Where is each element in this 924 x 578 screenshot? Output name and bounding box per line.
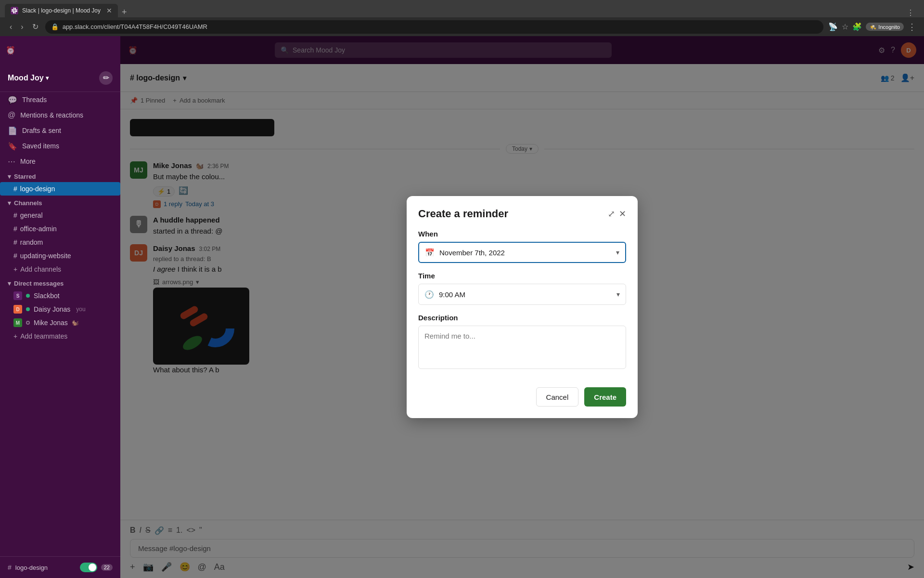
mike-status (26, 321, 30, 325)
active-tab[interactable]: Slack | logo-design | Mood Joy ✕ (5, 4, 118, 17)
tab-close-button[interactable]: ✕ (106, 7, 112, 14)
sidebar-item-drafts[interactable]: 📄 Drafts & sent (0, 123, 120, 138)
slackbot-status (26, 294, 30, 298)
time-value: 9:00 AM (439, 290, 465, 299)
dialog-header-actions: ⤢ ✕ (608, 209, 626, 219)
dialog-overlay: Create a reminder ⤢ ✕ When 📅 November 7t… (120, 36, 924, 578)
main-area: ⏰ 🔍 Search Mood Joy ⚙ ? D # logo-design … (120, 36, 924, 578)
drafts-icon: 📄 (8, 126, 17, 135)
daisy-avatar: D (13, 305, 22, 314)
when-chevron-icon: ▾ (616, 249, 619, 256)
dialog-close-button[interactable]: ✕ (619, 209, 626, 219)
sidebar-item-mentions[interactable]: @ Mentions & reactions (0, 107, 120, 123)
add-channels-button[interactable]: + Add channels (0, 263, 120, 276)
you-badge: you (76, 306, 85, 313)
menu-icon[interactable]: ⋮ (908, 22, 916, 32)
sidebar-item-saved[interactable]: 🔖 Saved items (0, 138, 120, 154)
footer-badge: 22 (101, 564, 113, 571)
new-tab-button[interactable]: + (122, 7, 127, 17)
description-textarea[interactable] (418, 326, 626, 369)
hash-icon-2: # (13, 225, 17, 233)
when-value: November 7th, 2022 (439, 249, 505, 257)
navigation-bar: ‹ › ↻ 🔒 app.slack.com/client/T04A4T58F4H… (0, 17, 924, 36)
starred-chevron: ▾ (8, 173, 11, 180)
add-teammates-button[interactable]: + Add teammates (0, 329, 120, 343)
address-bar[interactable]: 🔒 app.slack.com/client/T04A4T58F4H/C049T… (45, 20, 824, 34)
slack-favicon (11, 7, 18, 14)
dialog-header: Create a reminder ⤢ ✕ (418, 208, 626, 220)
channel-item-logo-design[interactable]: # logo-design (0, 182, 120, 196)
dm-item-slackbot[interactable]: S Slackbot (0, 289, 120, 302)
time-chevron-icon: ▾ (616, 290, 620, 298)
calendar-icon: 📅 (425, 248, 435, 257)
cancel-button[interactable]: Cancel (536, 387, 579, 407)
saved-icon: 🔖 (8, 142, 17, 151)
sidebar: ⏰ Mood Joy ▾ ✏ 💬 Threads @ Mentions & re… (0, 36, 120, 578)
add-teammates-icon: + (13, 332, 17, 340)
channels-section-header[interactable]: ▾ Channels (0, 196, 120, 209)
when-label: When (418, 230, 626, 238)
mike-emoji: 🐿️ (72, 319, 79, 326)
create-reminder-dialog: Create a reminder ⤢ ✕ When 📅 November 7t… (407, 196, 638, 418)
footer-channel-name: logo-design (15, 564, 48, 571)
tab-title: Slack | logo-design | Mood Joy (22, 7, 101, 14)
incognito-badge: 🕵 Incognito (866, 23, 904, 31)
channel-item-general[interactable]: # general (0, 209, 120, 222)
browser-extras: 📡 ☆ 🧩 🕵 Incognito ⋮ (828, 22, 916, 32)
dm-section-header[interactable]: ▾ Direct messages (0, 276, 120, 289)
when-select-inner: 📅 November 7th, 2022 (425, 248, 505, 257)
dialog-title: Create a reminder (418, 208, 508, 220)
channel-hash-icon: # (13, 185, 17, 193)
slackbot-avatar: S (13, 291, 22, 300)
footer-toggle[interactable] (80, 563, 97, 572)
sidebar-item-more[interactable]: ⋯ More (0, 154, 120, 169)
sidebar-top: ⏰ (0, 36, 120, 64)
sidebar-item-threads[interactable]: 💬 Threads (0, 92, 120, 107)
history-icon[interactable]: ⏰ (6, 46, 15, 55)
channel-item-random[interactable]: # random (0, 236, 120, 249)
dm-item-daisy[interactable]: D Daisy Jonas you (0, 302, 120, 316)
more-icon: ⋯ (8, 157, 15, 166)
starred-section-header[interactable]: ▾ Starred (0, 169, 120, 182)
dm-chevron: ▾ (8, 280, 11, 287)
when-dropdown[interactable]: 📅 November 7th, 2022 ▾ (418, 242, 626, 263)
time-label: Time (418, 272, 626, 280)
hash-icon: # (13, 211, 17, 219)
browser-chrome: Slack | logo-design | Mood Joy ✕ + ⋮ ‹ ›… (0, 0, 924, 36)
hash-icon-4: # (13, 252, 17, 260)
sidebar-header: Mood Joy ▾ ✏ (0, 64, 120, 92)
description-field-group: Description (418, 314, 626, 371)
time-dropdown[interactable]: 🕐 9:00 AM ▾ (418, 284, 626, 305)
hash-icon-3: # (13, 238, 17, 246)
workspace-name[interactable]: Mood Joy ▾ (8, 74, 49, 82)
mentions-icon: @ (8, 111, 15, 119)
channel-item-updating-website[interactable]: # updating-website (0, 249, 120, 263)
star-icon[interactable]: ☆ (842, 22, 848, 31)
extension-icon[interactable]: 🧩 (852, 22, 862, 31)
daisy-status (26, 307, 30, 311)
channel-item-office-admin[interactable]: # office-admin (0, 222, 120, 236)
when-field-group: When 📅 November 7th, 2022 ▾ (418, 230, 626, 263)
new-message-button[interactable]: ✏ (99, 71, 113, 85)
dialog-footer: Cancel Create (418, 380, 626, 407)
create-button[interactable]: Create (584, 387, 626, 407)
sidebar-footer: # logo-design 22 (0, 556, 120, 578)
url-text: app.slack.com/client/T04A4T58F4H/C049T46… (63, 23, 207, 30)
add-channels-icon: + (13, 265, 17, 273)
reload-button[interactable]: ↻ (30, 20, 40, 33)
channels-chevron: ▾ (8, 199, 11, 207)
threads-icon: 💬 (8, 95, 17, 105)
forward-button[interactable]: › (19, 21, 25, 33)
time-select-inner: 🕐 9:00 AM (424, 290, 465, 299)
app-container: ⏰ Mood Joy ▾ ✏ 💬 Threads @ Mentions & re… (0, 36, 924, 578)
cast-icon[interactable]: 📡 (828, 22, 838, 31)
dialog-expand-button[interactable]: ⤢ (608, 209, 615, 219)
back-button[interactable]: ‹ (8, 21, 14, 33)
description-label: Description (418, 314, 626, 322)
tab-bar: Slack | logo-design | Mood Joy ✕ + ⋮ (0, 0, 924, 17)
clock-icon: 🕐 (424, 290, 434, 299)
time-field-group: Time 🕐 9:00 AM ▾ (418, 272, 626, 305)
mike-avatar: M (13, 318, 22, 327)
footer-hash: # (8, 564, 12, 571)
dm-item-mike[interactable]: M Mike Jonas 🐿️ (0, 316, 120, 329)
